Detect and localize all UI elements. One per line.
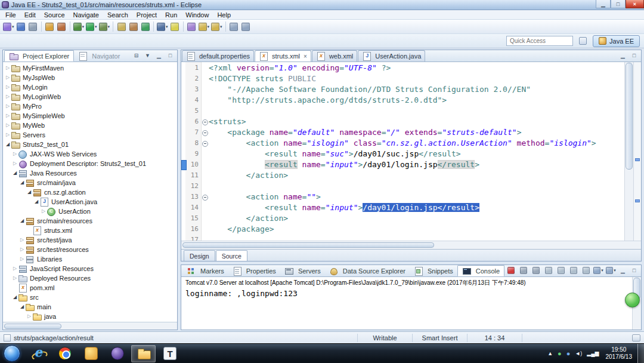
perspective-java-ee-button[interactable]: Java EE	[593, 35, 640, 47]
fold-toggle-icon[interactable]	[201, 192, 209, 202]
tree-collapse-arrow-icon[interactable]: ◢	[26, 187, 32, 197]
tree-item-mysimpleweb[interactable]: ▷MySimpleWeb	[3, 111, 177, 121]
tree-expand-arrow-icon[interactable]: ▷	[5, 111, 11, 121]
explorer-hscrollbar[interactable]	[3, 322, 177, 330]
editor-body[interactable]: 1<?xml version="1.0" encoding="UTF-8" ?>…	[181, 62, 641, 241]
forward-icon[interactable]: ▾	[210, 21, 223, 33]
tree-expand-arrow-icon[interactable]: ▷	[5, 121, 11, 130]
close-tab-icon[interactable]: ×	[304, 53, 307, 60]
internet-explorer-button[interactable]	[26, 345, 51, 362]
tree-item-myloginweb[interactable]: ▷MyLoginWeb	[3, 92, 177, 101]
code-line-15[interactable]: 15 </action>	[181, 213, 624, 224]
tree-item-struts-xml[interactable]: struts.xml	[3, 226, 177, 235]
console-tab-servers[interactable]: Servers	[280, 265, 325, 276]
menu-project[interactable]: Project	[132, 11, 161, 19]
menu-file[interactable]: File	[1, 11, 20, 19]
debug-icon[interactable]: ▾	[73, 21, 85, 33]
tree-expand-arrow-icon[interactable]: ▷	[5, 73, 11, 82]
new-servlet-icon[interactable]	[44, 21, 55, 33]
network-icon[interactable]: ▂▄▆	[587, 345, 599, 362]
tree-item-libraries[interactable]: ▷Libraries	[3, 254, 177, 264]
new-ejb-icon[interactable]	[56, 21, 67, 33]
editor-hscrollbar[interactable]	[181, 241, 641, 249]
tree-expand-arrow-icon[interactable]: ▷	[19, 254, 25, 264]
yellow-app-button[interactable]	[79, 345, 103, 362]
t-app-button[interactable]	[157, 345, 182, 362]
tree-item-mypro[interactable]: ▷MyPro	[3, 101, 177, 111]
console-content[interactable]: Tomcat v7.0 Server at localhost [Apache …	[181, 277, 641, 330]
remove-all-launches-icon[interactable]	[530, 264, 541, 276]
tray-app-green-icon[interactable]: ●	[558, 345, 562, 362]
tree-item-struts2-test-01[interactable]: ◢Struts2_test_01	[3, 140, 177, 149]
tree-collapse-arrow-icon[interactable]: ◢	[19, 302, 25, 312]
code-line-7[interactable]: 7 <package name="default" namespace="/" …	[181, 127, 624, 138]
tray-app-blue-icon[interactable]: ●	[566, 345, 571, 362]
tree-expand-arrow-icon[interactable]: ▷	[5, 63, 11, 73]
menu-window[interactable]: Window	[181, 11, 213, 19]
tree-expand-arrow-icon[interactable]: ▷	[12, 273, 18, 283]
fold-toggle-icon[interactable]	[201, 138, 209, 149]
code-lines[interactable]: 1<?xml version="1.0" encoding="UTF-8" ?>…	[181, 62, 624, 241]
editor-vscrollbar[interactable]	[624, 62, 633, 241]
tree-item-deployment-descriptor-struts2-test-01[interactable]: ▷Deployment Descriptor: Struts2_test_01	[3, 159, 177, 168]
tree-collapse-arrow-icon[interactable]: ◢	[12, 293, 18, 302]
code-line-2[interactable]: 2<!DOCTYPE struts PUBLIC	[181, 73, 624, 84]
console-tab-data-source-explorer[interactable]: Data Source Explorer	[325, 265, 410, 276]
start-button[interactable]	[4, 345, 20, 362]
taskbar-clock[interactable]: 19:50 2017/6/13	[602, 346, 636, 361]
code-line-16[interactable]: 16 </package>	[181, 224, 624, 235]
back-icon[interactable]: ▾	[198, 21, 210, 33]
scroll-thumb[interactable]	[626, 63, 633, 170]
occurrence-mark[interactable]	[635, 199, 640, 202]
code-line-17[interactable]: 17	[181, 235, 624, 241]
code-line-9[interactable]: 9 <result name="suc">/day01/suc.jsp</res…	[181, 149, 624, 159]
toggle-mark-occurrences-icon[interactable]	[169, 21, 181, 33]
tree-item-src-test-resources[interactable]: ▷src/test/resources	[3, 245, 177, 254]
show-desktop-button[interactable]	[637, 344, 644, 363]
tree-item-useraction-java[interactable]: ◢UserAction.java	[3, 197, 177, 207]
open-perspective-button[interactable]	[577, 35, 589, 47]
tree-item-java-resources[interactable]: ◢Java Resources	[3, 168, 177, 178]
tree-item-cn-sz-gl-action[interactable]: ◢cn.sz.gl.action	[3, 187, 177, 197]
tree-item-myjspweb[interactable]: ▷MyJspWeb	[3, 73, 177, 82]
print-icon[interactable]	[27, 21, 39, 33]
terminate-icon[interactable]	[505, 264, 516, 276]
minimize-button[interactable]: ▁	[154, 51, 164, 60]
tree-item-main[interactable]: ◢main	[3, 302, 177, 312]
menu-search[interactable]: Search	[103, 11, 132, 19]
tree-item-src-main-java[interactable]: ◢src/main/java	[3, 178, 177, 187]
tree-expand-arrow-icon[interactable]: ▷	[19, 235, 25, 245]
tree-expand-arrow-icon[interactable]: ▷	[5, 82, 11, 92]
pin-console-icon[interactable]	[580, 264, 592, 276]
maximize-button[interactable]: □	[165, 51, 175, 60]
quick-access-input[interactable]	[506, 36, 573, 46]
tree-item-useraction[interactable]: ▷UserAction	[3, 207, 177, 216]
save-icon[interactable]	[16, 21, 27, 33]
collapse-all-button[interactable]: ⊟	[131, 51, 141, 60]
remove-launch-icon[interactable]	[518, 264, 529, 276]
tab-project-explorer[interactable]: Project Explorer	[4, 50, 74, 61]
code-line-5[interactable]: 5	[181, 106, 624, 116]
new-java-project-icon[interactable]	[116, 21, 127, 33]
tree-item-mylogin[interactable]: ▷MyLogin	[3, 82, 177, 92]
scroll-thumb[interactable]	[4, 324, 61, 329]
statusbar-tray-icon[interactable]	[632, 334, 640, 342]
code-line-12[interactable]: 12	[181, 181, 624, 192]
tree-expand-arrow-icon[interactable]: ▷	[12, 159, 18, 168]
code-line-11[interactable]: 11 </action>	[181, 170, 624, 181]
previous-annotation-icon[interactable]	[240, 21, 252, 33]
tree-expand-arrow-icon[interactable]: ▷	[26, 312, 32, 321]
code-line-3[interactable]: 3 "-//Apache Software Foundation//DTD St…	[181, 84, 624, 95]
occurrence-mark[interactable]	[635, 158, 640, 161]
code-line-8[interactable]: 8 <action name="islogin" class="cn.sz.gl…	[181, 138, 624, 149]
tree-item-src-test-java[interactable]: ▷src/test/java	[3, 235, 177, 245]
tree-collapse-arrow-icon[interactable]: ◢	[5, 140, 11, 149]
scroll-thumb[interactable]	[182, 242, 434, 248]
word-wrap-icon[interactable]	[568, 264, 579, 276]
run-icon[interactable]: ▾	[85, 21, 98, 33]
code-line-13[interactable]: 13 <action name="">	[181, 192, 624, 202]
volume-icon[interactable]: ◄)	[575, 345, 582, 362]
overview-ruler[interactable]	[633, 62, 641, 241]
code-line-6[interactable]: 6<struts>	[181, 116, 624, 127]
open-console-icon[interactable]: ▾	[605, 264, 617, 276]
